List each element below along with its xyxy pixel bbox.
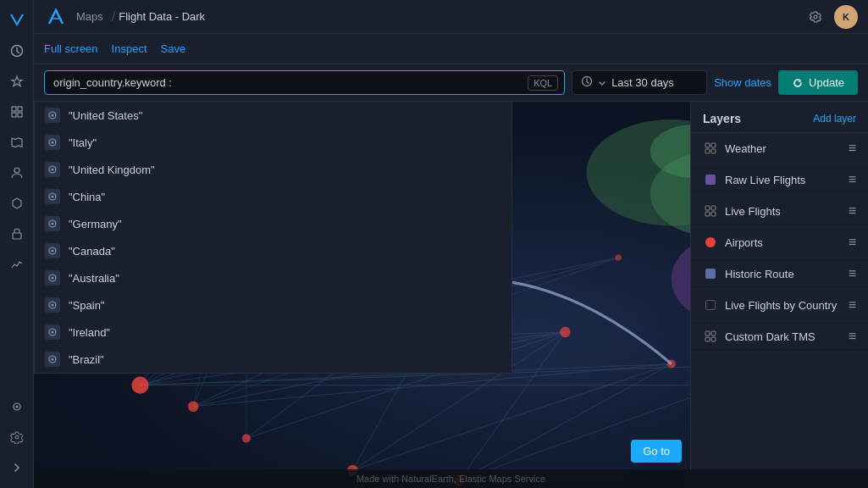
- sidebar-icon-logo[interactable]: [3, 7, 30, 34]
- layer-menu-icon[interactable]: ≡: [849, 203, 856, 219]
- layer-item[interactable]: Custom Dark TMS ≡: [691, 321, 868, 352]
- save-button[interactable]: Save: [161, 42, 186, 55]
- time-range-label: Last 30 days: [611, 76, 674, 89]
- search-input[interactable]: [44, 70, 565, 95]
- layer-type-icon: [703, 235, 718, 250]
- svg-point-76: [52, 114, 54, 117]
- svg-line-31: [352, 364, 671, 470]
- item-label: "Spain": [69, 299, 104, 312]
- svg-point-8: [15, 406, 18, 408]
- item-label: "Italy": [69, 136, 97, 149]
- layer-menu-icon[interactable]: ≡: [849, 266, 856, 281]
- autocomplete-item[interactable]: "China": [35, 183, 511, 210]
- item-icon: [45, 108, 60, 123]
- show-dates-button[interactable]: Show dates: [714, 76, 771, 89]
- item-label: "Ireland": [69, 326, 110, 339]
- attribution-text: Made with NaturalEarth, Elastic Maps Ser…: [357, 474, 545, 484]
- sidebar-icon-person[interactable]: [3, 159, 30, 186]
- kql-badge[interactable]: KQL: [528, 75, 558, 91]
- autocomplete-item[interactable]: "Ireland": [35, 319, 511, 346]
- layer-name: Weather: [725, 142, 842, 155]
- svg-rect-98: [711, 149, 716, 153]
- goto-button[interactable]: Go to: [631, 440, 682, 463]
- layer-item[interactable]: Raw Live Flights ≡: [691, 164, 868, 196]
- svg-point-78: [52, 141, 54, 144]
- sidebar-icon-wrench[interactable]: [3, 393, 30, 420]
- item-icon: [45, 135, 60, 150]
- svg-rect-97: [705, 149, 710, 153]
- autocomplete-item[interactable]: "Canada": [35, 237, 511, 264]
- kibana-logo: [44, 5, 68, 29]
- sidebar-icon-arrow[interactable]: [3, 454, 30, 481]
- layer-menu-icon[interactable]: ≡: [849, 329, 856, 344]
- layer-name: Historic Route: [725, 268, 842, 280]
- layers-title: Layers: [703, 112, 741, 125]
- layer-item[interactable]: Live Flights by Country ≡: [691, 290, 868, 321]
- bottom-bar: Made with NaturalEarth, Elastic Maps Ser…: [34, 469, 868, 488]
- add-layer-button[interactable]: Add layer: [813, 113, 856, 125]
- autocomplete-item[interactable]: "Brazil": [35, 346, 511, 373]
- layer-type-icon: [703, 266, 718, 281]
- layer-type-icon: [703, 329, 718, 344]
- svg-point-74: [615, 254, 622, 261]
- svg-rect-4: [18, 113, 22, 117]
- svg-point-9: [15, 435, 19, 439]
- svg-point-62: [560, 327, 571, 338]
- svg-rect-2: [18, 107, 22, 111]
- search-input-wrap: KQL: [44, 70, 565, 95]
- sidebar-icon-map[interactable]: [3, 129, 30, 156]
- svg-point-80: [52, 169, 54, 171]
- item-icon: [45, 243, 60, 258]
- layer-item[interactable]: Historic Route ≡: [691, 258, 868, 290]
- layer-name: Airports: [725, 236, 842, 249]
- autocomplete-item[interactable]: "Australia": [35, 264, 511, 291]
- item-label: "Canada": [69, 245, 115, 258]
- svg-rect-96: [711, 143, 716, 147]
- sidebar-icon-chart[interactable]: [3, 251, 30, 278]
- sidebar-icon-grid[interactable]: [3, 98, 30, 125]
- svg-rect-100: [711, 206, 716, 210]
- svg-rect-106: [711, 337, 716, 341]
- svg-point-82: [52, 196, 54, 198]
- layer-type-icon: [703, 172, 718, 187]
- layer-menu-icon[interactable]: ≡: [849, 172, 856, 187]
- layer-item[interactable]: Airports ≡: [691, 227, 868, 258]
- toolbar: Full screen Inspect Save: [34, 34, 868, 64]
- svg-point-88: [52, 277, 54, 280]
- autocomplete-item[interactable]: "Spain": [35, 291, 511, 319]
- sidebar-icon-star[interactable]: [3, 68, 30, 95]
- layer-list: Weather ≡ Raw Live Flights ≡ Live Flight…: [691, 133, 868, 352]
- sidebar-icon-hexagon[interactable]: [3, 190, 30, 217]
- layer-type-icon: [703, 203, 718, 219]
- sidebar-icon-lock[interactable]: [3, 220, 30, 247]
- fullscreen-button[interactable]: Full screen: [44, 42, 98, 55]
- update-button[interactable]: Update: [778, 70, 858, 95]
- layer-item[interactable]: Weather ≡: [691, 133, 868, 164]
- item-label: "United States": [69, 109, 142, 122]
- sidebar-icon-gear[interactable]: [3, 424, 30, 451]
- layer-name: Custom Dark TMS: [725, 330, 842, 343]
- item-label: "Australia": [69, 272, 119, 285]
- svg-point-60: [242, 434, 251, 442]
- svg-point-92: [52, 331, 54, 334]
- layer-item[interactable]: Live Flights ≡: [691, 196, 868, 227]
- layer-menu-icon[interactable]: ≡: [849, 297, 856, 313]
- svg-rect-99: [705, 206, 710, 210]
- autocomplete-item[interactable]: "Italy": [35, 129, 511, 156]
- user-avatar[interactable]: K: [834, 5, 858, 29]
- time-range-picker[interactable]: Last 30 days: [572, 70, 707, 95]
- svg-point-11: [814, 15, 817, 19]
- layer-name: Raw Live Flights: [725, 174, 842, 186]
- item-label: "China": [69, 191, 105, 203]
- layer-menu-icon[interactable]: ≡: [849, 235, 856, 250]
- sidebar-icon-clock[interactable]: [3, 37, 30, 64]
- item-icon: [45, 324, 60, 340]
- autocomplete-item[interactable]: "United Kingdom": [35, 156, 511, 183]
- inspect-button[interactable]: Inspect: [112, 42, 147, 55]
- layer-menu-icon[interactable]: ≡: [849, 141, 856, 156]
- svg-rect-6: [13, 233, 21, 239]
- item-icon: [45, 270, 60, 286]
- autocomplete-item[interactable]: "Germany": [35, 210, 511, 237]
- autocomplete-item[interactable]: "United States": [35, 102, 511, 129]
- settings-icon[interactable]: [804, 5, 827, 29]
